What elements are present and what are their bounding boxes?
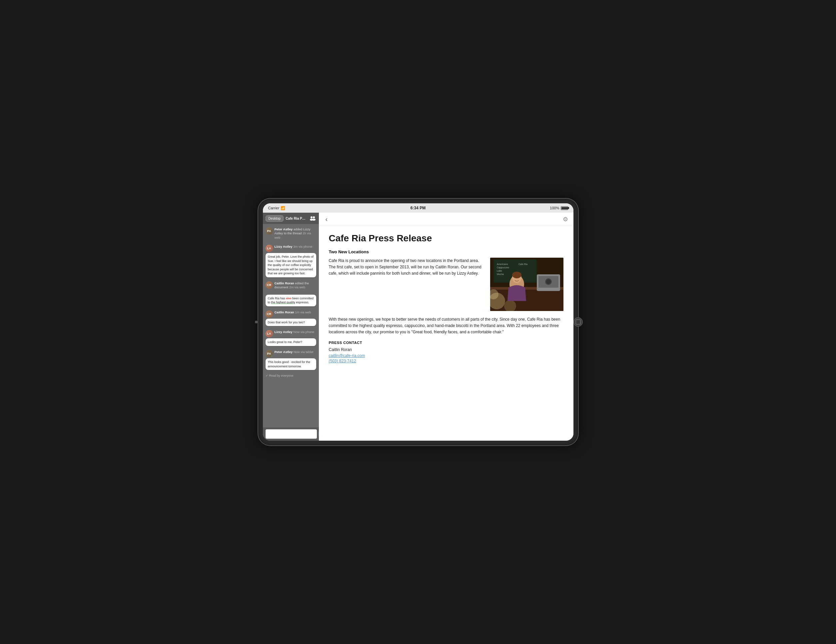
list-item: PA Peter Astley added Lizzy Astley to th…	[263, 226, 319, 242]
underline-text: the highest quality	[271, 301, 296, 304]
status-bar: Carrier 📶 6:34 PM 100%	[263, 203, 573, 212]
home-button[interactable]	[573, 317, 583, 327]
doc-section-1: Cafe Ria is proud to announce the openin…	[329, 258, 563, 311]
carrier-area: Carrier 📶	[268, 206, 368, 210]
ipad-screen: Carrier 📶 6:34 PM 100% Desktop Cafe Ria …	[263, 203, 573, 441]
avatar: PA	[266, 350, 273, 357]
settings-button[interactable]: ⚙	[563, 216, 568, 223]
message-input-area: Send	[263, 427, 319, 441]
message-meta: LA Lizzy Astley 3m via phone	[266, 245, 316, 252]
press-contact-label: PRESS CONTACT	[329, 341, 563, 345]
avatar: CR	[266, 281, 273, 289]
status-time: 6:34 PM	[368, 206, 468, 210]
message-meta: CR Caitlin Roran 1m via web	[266, 311, 316, 318]
svg-point-2	[313, 216, 315, 218]
avatar: LA	[266, 330, 273, 337]
svg-text:Latte: Latte	[497, 270, 502, 272]
doc-paragraph-1: Cafe Ria is proud to announce the openin…	[329, 258, 483, 277]
message-input[interactable]	[266, 429, 317, 439]
thread-title: Cafe Ria Press...	[286, 217, 307, 220]
battery-area: 100%	[468, 206, 568, 210]
doc-title: Cafe Ria Press Release	[329, 233, 563, 244]
strikethrough-text: also	[286, 297, 292, 300]
svg-point-0	[310, 216, 312, 218]
battery-icon	[561, 206, 568, 210]
battery-fill	[562, 207, 568, 209]
system-message-text: Peter Astley added Lizzy Astley to the t…	[274, 227, 316, 240]
back-button[interactable]: ‹	[324, 215, 329, 223]
svg-text:Americano: Americano	[497, 263, 508, 265]
checkmark-icon: ✓	[266, 374, 268, 378]
doc-preview-bubble: Cafe Ria has also been committed to the …	[266, 295, 316, 306]
list-item: Cafe Ria has also been committed to the …	[263, 293, 319, 308]
list-item: CR Caitlin Roran 1m via web Does that wo…	[263, 309, 319, 328]
content-body: Cafe Ria Press Release Two New Locations…	[319, 226, 573, 441]
svg-point-23	[512, 272, 521, 278]
content-toolbar: ‹ ⚙	[319, 212, 573, 226]
message-author: Lizzy Astley 3m via phone	[274, 245, 312, 248]
contact-phone[interactable]: (503) 823-7412	[329, 359, 563, 363]
svg-point-3	[312, 219, 315, 221]
desktop-button[interactable]: Desktop	[266, 215, 284, 222]
home-button-inner	[575, 319, 581, 325]
message-bubble: Looks great to me. Peter?	[266, 338, 316, 346]
online-indicator	[271, 355, 273, 357]
sidebar-header: Desktop Cafe Ria Press...	[263, 212, 319, 224]
message-meta: PA Peter Astley Now via tablet	[266, 350, 316, 357]
svg-point-17	[546, 280, 551, 284]
battery-percent: 100%	[550, 206, 559, 210]
list-item: PA Peter Astley Now via tablet This look…	[263, 349, 319, 371]
read-by-status: ✓ Read by everyone	[263, 373, 319, 379]
people-icon[interactable]	[309, 215, 316, 222]
avatar: LA	[266, 245, 273, 252]
doc-paragraph-2: With these new openings, we hope to bett…	[329, 316, 563, 336]
section-title: Two New Locations	[329, 249, 563, 254]
ipad-frame: Carrier 📶 6:34 PM 100% Desktop Cafe Ria …	[258, 199, 578, 445]
list-item: LA Lizzy Astley Now via phone Looks grea…	[263, 329, 319, 347]
main-area: Desktop Cafe Ria Press...	[263, 212, 573, 441]
list-item: LA Lizzy Astley 3m via phone Great job, …	[263, 244, 319, 279]
cafe-image: Americano Cappuccino Latte Mocha Cafe Ri…	[490, 258, 563, 311]
message-author: Caitlin Roran 1m via web	[274, 311, 311, 314]
sidebar-messages[interactable]: PA Peter Astley added Lizzy Astley to th…	[263, 224, 319, 427]
svg-text:Cafe Ria: Cafe Ria	[518, 263, 527, 265]
message-bubble: This looks good - excited for the announ…	[266, 358, 316, 370]
content-pane: ‹ ⚙ Cafe Ria Press Release Two New Locat…	[319, 212, 573, 441]
message-meta: LA Lizzy Astley Now via phone	[266, 330, 316, 337]
message-bubble: Great job, Peter. Love the photo of Sue.…	[266, 253, 316, 277]
system-message-text: Caitlin Roran edited the document 2m via…	[274, 281, 316, 290]
avatar: CR	[266, 311, 273, 318]
message-author: Peter Astley Now via tablet	[274, 350, 314, 354]
list-item: CR Caitlin Roran edited the document 2m …	[263, 280, 319, 292]
message-meta: CR Caitlin Roran edited the document 2m …	[266, 281, 316, 290]
contact-name: Caitlin Roran	[329, 347, 563, 352]
message-bubble: Does that work for you two?	[266, 319, 316, 326]
contact-email[interactable]: caitlin@cafe-ria.com	[329, 353, 563, 358]
message-meta: PA Peter Astley added Lizzy Astley to th…	[266, 227, 316, 240]
avatar: PA	[266, 227, 273, 235]
svg-text:Mocha: Mocha	[497, 273, 504, 275]
sidebar: Desktop Cafe Ria Press...	[263, 212, 319, 441]
carrier-label: Carrier	[268, 206, 279, 210]
message-author: Lizzy Astley Now via phone	[274, 330, 315, 334]
svg-text:Cappuccino: Cappuccino	[497, 266, 509, 269]
wifi-icon: 📶	[281, 206, 285, 210]
left-scroll-dot	[255, 321, 258, 323]
